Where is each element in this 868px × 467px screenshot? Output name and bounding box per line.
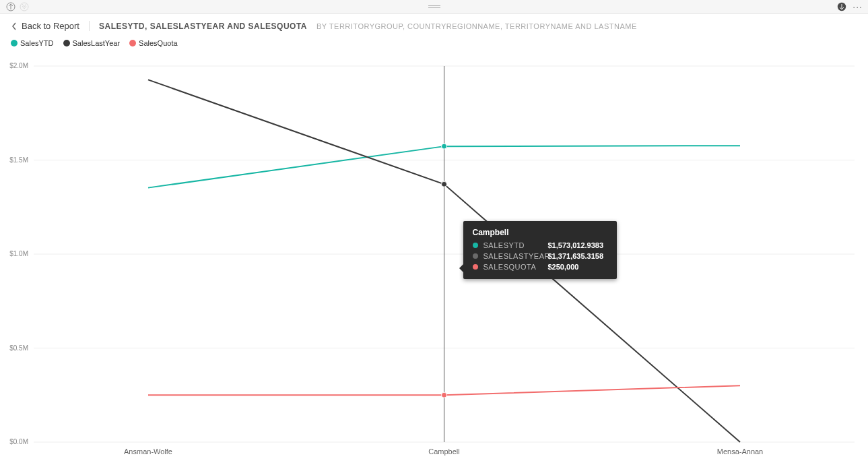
chart-tooltip: Campbell SALESYTD $1,573,012.9383 SALESL… — [463, 221, 617, 279]
legend-label: SalesYTD — [20, 39, 54, 47]
visual-title: SALESYTD, SALESLASTYEAR AND SALESQUOTA — [99, 22, 307, 31]
drill-up-icon[interactable] — [5, 1, 16, 12]
tooltip-key: SALESQUOTA — [483, 263, 543, 271]
chart-canvas: $0.0M$0.5M$1.0M$1.5M$2.0MAnsman-WolfeCam… — [0, 58, 868, 462]
tooltip-title: Campbell — [473, 228, 607, 237]
legend-item-salesytd[interactable]: SalesYTD — [11, 39, 54, 47]
tooltip-dot-icon — [473, 253, 478, 259]
svg-point-16 — [442, 392, 447, 398]
svg-text:$0.0M: $0.0M — [9, 438, 28, 445]
legend-swatch — [129, 40, 136, 46]
tooltip-dot-icon — [473, 264, 478, 270]
back-to-report-button[interactable]: Back to Report — [11, 21, 90, 31]
legend-label: SalesQuota — [139, 39, 177, 47]
legend-swatch — [63, 40, 70, 46]
legend-item-saleslastyear[interactable]: SalesLastYear — [63, 39, 121, 47]
drill-down-icon[interactable] — [19, 1, 30, 12]
drill-controls — [5, 1, 30, 12]
tooltip-key: SALESLASTYEAR — [483, 252, 543, 260]
visual-subtitle: BY TERRITORYGROUP, COUNTRYREGIONNAME, TE… — [316, 22, 637, 30]
svg-text:$0.5M: $0.5M — [9, 344, 28, 352]
chart-legend: SalesYTD SalesLastYear SalesQuota — [0, 35, 868, 47]
svg-point-15 — [442, 181, 447, 187]
svg-text:Ansman-Wolfe: Ansman-Wolfe — [124, 447, 172, 456]
focus-header: Back to Report SALESYTD, SALESLASTYEAR A… — [0, 14, 868, 35]
tooltip-dot-icon — [473, 243, 478, 248]
legend-label: SalesLastYear — [73, 39, 121, 47]
svg-point-14 — [442, 144, 447, 149]
tooltip-row: SALESQUOTA $250,000 — [473, 263, 607, 271]
tooltip-row: SALESLASTYEAR $1,371,635.3158 — [473, 252, 607, 260]
svg-text:$2.0M: $2.0M — [9, 62, 28, 69]
drag-handle-icon[interactable] — [428, 5, 440, 9]
tooltip-arrow-icon — [459, 264, 463, 272]
tooltip-key: SALESYTD — [483, 241, 543, 249]
tooltip-row: SALESYTD $1,573,012.9383 — [473, 241, 607, 249]
chevron-left-icon — [11, 22, 18, 31]
tooltip-value: $1,371,635.3158 — [548, 252, 604, 260]
more-options-icon[interactable]: ··· — [853, 1, 863, 12]
tooltip-value: $1,573,012.9383 — [548, 241, 604, 249]
header-right: ··· — [836, 1, 863, 12]
focus-mode-icon[interactable] — [836, 1, 847, 12]
legend-item-salesquota[interactable]: SalesQuota — [129, 39, 177, 47]
svg-text:Campbell: Campbell — [428, 447, 459, 456]
visual-header: ··· — [0, 0, 868, 14]
legend-swatch — [11, 40, 18, 46]
svg-text:Mensa-Annan: Mensa-Annan — [717, 447, 764, 456]
tooltip-value: $250,000 — [548, 263, 579, 271]
svg-text:$1.0M: $1.0M — [9, 250, 28, 257]
back-label: Back to Report — [22, 21, 79, 31]
line-chart[interactable]: $0.0M$0.5M$1.0M$1.5M$2.0MAnsman-WolfeCam… — [0, 58, 868, 462]
svg-text:$1.5M: $1.5M — [9, 156, 28, 164]
